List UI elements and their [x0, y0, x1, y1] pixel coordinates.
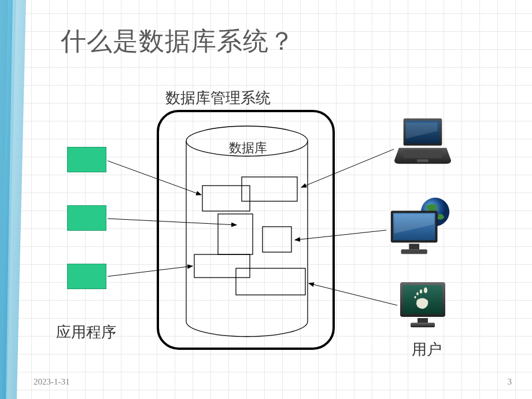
users-label: 用户 [412, 339, 442, 360]
data-block-3 [218, 214, 253, 254]
svg-point-16 [420, 290, 422, 294]
data-block-6 [236, 268, 305, 295]
data-block-5 [194, 254, 250, 278]
monitor-globe-icon [386, 195, 455, 258]
svg-point-18 [415, 296, 416, 298]
laptop-icon [394, 116, 451, 168]
arrow-app2 [108, 219, 237, 225]
data-block-1 [202, 186, 250, 211]
arrow-app3 [108, 266, 193, 276]
svg-rect-6 [417, 159, 428, 162]
svg-rect-20 [411, 323, 435, 327]
svg-rect-5 [404, 150, 442, 158]
svg-rect-19 [418, 318, 428, 323]
footer-date: 2023-1-31 [34, 377, 70, 387]
svg-point-17 [416, 292, 419, 295]
svg-rect-12 [401, 249, 427, 254]
data-block-4 [263, 227, 291, 252]
svg-rect-11 [409, 244, 419, 250]
gnome-monitor-icon [398, 280, 448, 330]
footer-page-number: 3 [508, 377, 512, 387]
database-label: 数据库 [229, 139, 267, 157]
applications-label: 应用程序 [56, 322, 116, 342]
arrow-user3 [309, 283, 397, 305]
arrow-app1 [108, 161, 201, 195]
svg-point-15 [424, 287, 427, 293]
arrow-user2 [295, 230, 386, 240]
database-cylinder [186, 126, 308, 337]
arrow-user1 [301, 149, 394, 187]
